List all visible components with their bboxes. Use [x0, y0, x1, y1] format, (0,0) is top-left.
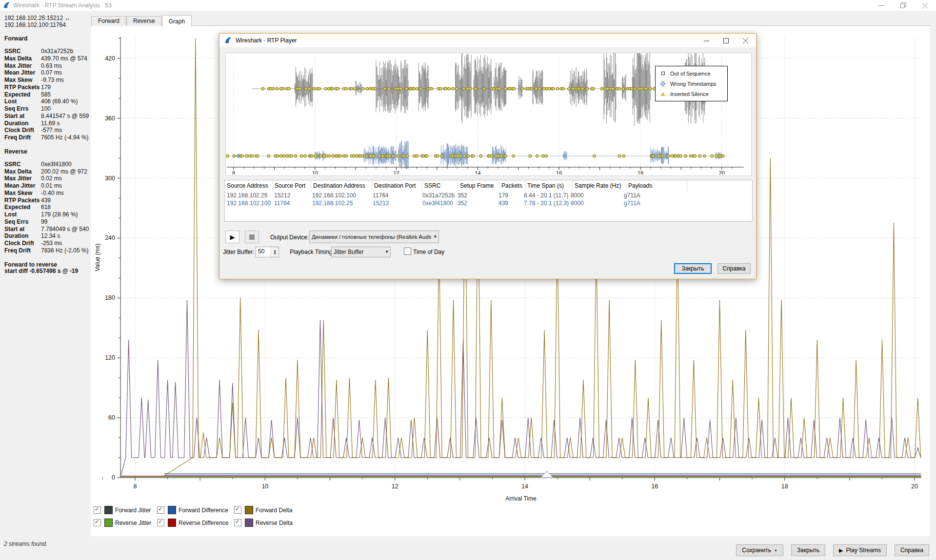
svg-text:18: 18 — [781, 483, 788, 490]
stat-row: Max Jitter0.02 ms — [4, 175, 91, 182]
table-row[interactable]: 192.168.102.10011764192.168.102.25152120… — [225, 199, 752, 207]
legend-label: Reverse Difference — [179, 520, 229, 526]
footer-button-сохранить[interactable]: Сохранить▼ — [736, 544, 783, 556]
stat-value: 100 — [41, 105, 51, 113]
jitter-buffer-label: Jitter Buffer: — [223, 249, 254, 255]
stat-row: Lost179 (28.96 %) — [4, 211, 91, 218]
table-row[interactable]: 192.168.102.2515212192.168.102.100117640… — [225, 192, 752, 199]
legend-item: ✓Reverse Jitter — [94, 519, 157, 526]
square-marker-icon — [656, 72, 670, 75]
table-header-cell: SSRC — [422, 180, 458, 192]
stop-button[interactable] — [245, 231, 259, 243]
tab-reverse[interactable]: Reverse — [126, 16, 162, 26]
chevron-down-icon: ▼ — [386, 250, 388, 254]
stat-label: Mean Jitter — [4, 182, 41, 190]
svg-text:18: 18 — [637, 170, 643, 174]
table-header-cell: Source Address — [225, 180, 273, 192]
table-cell: 192.168.102.100 — [225, 199, 272, 207]
check-icon: ✓ — [235, 506, 239, 512]
output-device-select[interactable]: Динамики / головные телефоны (Realtek Au… — [309, 231, 439, 243]
minimize-icon[interactable] — [870, 0, 892, 11]
legend-label: Forward Difference — [179, 507, 228, 514]
legend-checkbox[interactable]: ✓ — [157, 519, 164, 526]
svg-text:16: 16 — [651, 483, 658, 490]
close-icon[interactable] — [914, 0, 936, 11]
stream-stats-sidebar: 192.168.102.25:15212 ↔ 192.168.102.100:1… — [0, 11, 91, 536]
close-icon[interactable] — [736, 34, 755, 47]
tab-forward[interactable]: Forward — [91, 16, 126, 26]
legend-label: Reverse Jitter — [115, 520, 151, 526]
minimize-icon[interactable] — [697, 34, 716, 47]
stat-value: 0.02 ms — [41, 175, 62, 182]
stat-row: Max Delta439.70 ms @ 574 — [4, 55, 91, 62]
svg-text:8: 8 — [134, 483, 137, 490]
stat-label: Max Delta — [4, 55, 41, 62]
legend-checkbox[interactable]: ✓ — [234, 519, 241, 526]
legend-checkbox[interactable]: ✓ — [94, 519, 101, 526]
series-legend: ✓Forward Jitter✓Forward Difference✓Forwa… — [94, 506, 293, 526]
stat-value: 7605 Hz (-4.94 %) — [41, 134, 88, 141]
table-cell: 15212 — [371, 199, 420, 207]
stat-row: Clock Drift-253 ms — [4, 240, 91, 247]
legend-checkbox[interactable]: ✓ — [94, 506, 101, 514]
player-legend-label: Out of Sequence — [670, 71, 711, 77]
dialog-titlebar: Wireshark · RTP Player — [219, 34, 756, 47]
stat-value: 618 — [41, 204, 51, 211]
streams-table[interactable]: Source AddressSource PortDestination Add… — [224, 180, 753, 222]
stat-value: 7836 Hz (-2.05 %) — [41, 247, 88, 254]
stat-value: 0.63 ms — [41, 62, 62, 70]
footer-button-справка[interactable]: Справка — [895, 544, 929, 556]
svg-text:20: 20 — [719, 170, 725, 174]
table-cell: 11764 — [272, 199, 310, 207]
maximize-icon[interactable] — [716, 34, 736, 47]
stat-label: Mean Jitter — [4, 69, 41, 77]
svg-text:14: 14 — [521, 483, 528, 490]
stat-row: Start at7.784049 s @ 540 — [4, 226, 91, 233]
player-legend-item: Out of Sequence — [656, 68, 727, 78]
table-header-cell: Sample Rate (Hz) — [573, 180, 626, 192]
time-of-day-checkbox[interactable] — [404, 248, 411, 255]
diamond-marker-icon — [656, 82, 670, 86]
stat-row: Duration12.34 s — [4, 232, 91, 240]
stat-label: Seq Errs — [4, 218, 41, 226]
rtp-player-dialog: Wireshark · RTP Player 8101214161820 Out… — [219, 33, 757, 279]
play-button[interactable]: ▶ — [225, 231, 239, 243]
playback-timing-select[interactable]: Jitter Buffer ▼ — [331, 247, 391, 257]
legend-checkbox[interactable]: ✓ — [157, 506, 164, 514]
diamond-glyph — [660, 81, 665, 86]
spinner-arrows-icon[interactable]: ▲▼ — [271, 247, 279, 257]
table-cell: 192.168.102.25 — [225, 192, 272, 199]
legend-item: ✓Reverse Difference — [157, 519, 234, 526]
stat-label: Max Skew — [4, 77, 41, 84]
dialog-close-button[interactable]: Закрыть — [674, 263, 712, 274]
stat-value: 179 — [41, 84, 51, 91]
jitter-buffer-spinbox[interactable]: 50 ▲▼ — [256, 247, 279, 257]
stat-row: SSRC0x31a7252b — [4, 48, 91, 55]
stat-value: 439.70 ms @ 574 — [41, 55, 87, 62]
stat-value: 439 — [41, 197, 51, 204]
play-icon: ▶ — [839, 547, 843, 554]
legend-color-swatch — [245, 519, 253, 527]
waveform-panel[interactable]: 8101214161820 Out of SequenceWrong Times… — [225, 53, 752, 176]
svg-text:12: 12 — [393, 170, 399, 174]
dialog-help-button[interactable]: Справка — [717, 263, 751, 274]
stat-row: Duration11.69 s — [4, 120, 91, 127]
output-device-value: Динамики / головные телефоны (Realtek Au… — [312, 234, 431, 240]
check-icon: ✓ — [158, 506, 162, 512]
stat-label: Max Skew — [4, 190, 41, 197]
table-header-cell: Source Port — [273, 180, 311, 192]
legend-item: ✓Forward Difference — [157, 506, 234, 514]
footer-button-закрыть[interactable]: Закрыть — [791, 544, 825, 556]
stat-row: Expected585 — [4, 91, 91, 98]
table-cell: 11764 — [371, 192, 420, 199]
legend-checkbox[interactable]: ✓ — [234, 506, 241, 514]
stat-label: Max Jitter — [4, 62, 41, 70]
dialog-title: Wireshark · RTP Player — [236, 34, 297, 47]
tab-graph[interactable]: Graph — [162, 15, 192, 26]
legend-item: ✓Forward Delta — [234, 506, 293, 514]
table-cell: 7.78 - 20.1 (12.3) — [522, 199, 569, 207]
restore-icon[interactable] — [892, 0, 914, 11]
stat-row: Expected618 — [4, 204, 91, 211]
footer-button-play-streams[interactable]: ▶Play Streams — [833, 544, 887, 556]
wireshark-logo-icon — [3, 1, 11, 9]
